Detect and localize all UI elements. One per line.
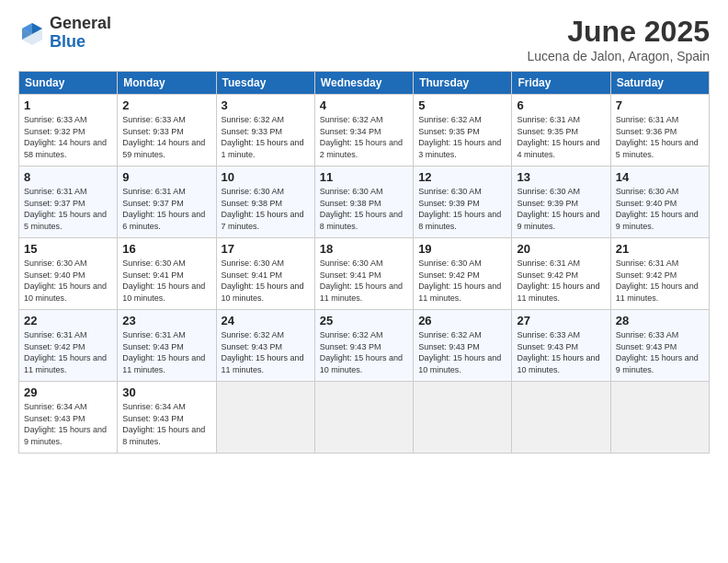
calendar-cell: 23Sunrise: 6:31 AMSunset: 9:43 PMDayligh… (118, 310, 216, 382)
day-info: Sunrise: 6:32 AMSunset: 9:34 PMDaylight:… (320, 114, 408, 160)
calendar-cell (512, 382, 610, 454)
day-info: Sunrise: 6:31 AMSunset: 9:42 PMDaylight:… (24, 329, 112, 375)
calendar-day-header: Monday (118, 72, 216, 95)
day-info: Sunrise: 6:31 AMSunset: 9:43 PMDaylight:… (122, 329, 210, 375)
day-info: Sunrise: 6:33 AMSunset: 9:33 PMDaylight:… (122, 114, 210, 160)
calendar-cell: 21Sunrise: 6:31 AMSunset: 9:42 PMDayligh… (610, 238, 709, 310)
day-info: Sunrise: 6:30 AMSunset: 9:40 PMDaylight:… (24, 258, 112, 304)
calendar-cell (414, 382, 512, 454)
day-number: 26 (418, 314, 506, 327)
day-info: Sunrise: 6:31 AMSunset: 9:37 PMDaylight:… (122, 186, 210, 232)
calendar-cell: 10Sunrise: 6:30 AMSunset: 9:38 PMDayligh… (216, 167, 314, 238)
calendar-cell: 20Sunrise: 6:31 AMSunset: 9:42 PMDayligh… (512, 238, 610, 310)
calendar-cell: 15Sunrise: 6:30 AMSunset: 9:40 PMDayligh… (19, 238, 118, 310)
day-number: 4 (320, 98, 408, 112)
calendar-cell: 26Sunrise: 6:32 AMSunset: 9:43 PMDayligh… (414, 310, 512, 382)
calendar-cell: 6Sunrise: 6:31 AMSunset: 9:35 PMDaylight… (512, 95, 610, 167)
day-info: Sunrise: 6:31 AMSunset: 9:37 PMDaylight:… (24, 186, 112, 232)
day-info: Sunrise: 6:30 AMSunset: 9:41 PMDaylight:… (222, 258, 310, 304)
calendar-week-row: 15Sunrise: 6:30 AMSunset: 9:40 PMDayligh… (19, 238, 710, 310)
day-number: 3 (222, 98, 310, 112)
day-number: 18 (320, 242, 408, 256)
day-number: 19 (418, 242, 506, 256)
calendar-cell (216, 382, 314, 454)
calendar-week-row: 22Sunrise: 6:31 AMSunset: 9:42 PMDayligh… (19, 310, 710, 382)
header: General Blue June 2025 Lucena de Jalon, … (18, 15, 710, 63)
calendar-week-row: 8Sunrise: 6:31 AMSunset: 9:37 PMDaylight… (19, 167, 710, 238)
day-info: Sunrise: 6:30 AMSunset: 9:39 PMDaylight:… (517, 186, 605, 232)
location: Lucena de Jalon, Aragon, Spain (528, 49, 711, 63)
day-number: 17 (222, 242, 310, 256)
calendar-day-header: Thursday (414, 72, 512, 95)
day-info: Sunrise: 6:32 AMSunset: 9:43 PMDaylight:… (222, 329, 310, 375)
day-info: Sunrise: 6:31 AMSunset: 9:42 PMDaylight:… (517, 258, 605, 304)
calendar-day-header: Sunday (19, 72, 118, 95)
day-number: 29 (24, 385, 112, 399)
calendar-cell: 8Sunrise: 6:31 AMSunset: 9:37 PMDaylight… (19, 167, 118, 238)
day-number: 25 (320, 314, 408, 327)
calendar-day-header: Saturday (610, 72, 709, 95)
calendar-day-header: Tuesday (216, 72, 314, 95)
day-number: 27 (517, 314, 605, 327)
day-number: 2 (122, 98, 210, 112)
day-info: Sunrise: 6:30 AMSunset: 9:42 PMDaylight:… (418, 258, 506, 304)
logo: General Blue (18, 15, 111, 52)
day-info: Sunrise: 6:30 AMSunset: 9:38 PMDaylight:… (320, 186, 408, 232)
calendar-cell (314, 382, 413, 454)
calendar-cell: 14Sunrise: 6:30 AMSunset: 9:40 PMDayligh… (610, 167, 709, 238)
calendar-cell: 19Sunrise: 6:30 AMSunset: 9:42 PMDayligh… (414, 238, 512, 310)
calendar-week-row: 1Sunrise: 6:33 AMSunset: 9:32 PMDaylight… (19, 95, 710, 167)
calendar-cell: 11Sunrise: 6:30 AMSunset: 9:38 PMDayligh… (314, 167, 413, 238)
day-number: 21 (616, 242, 704, 256)
calendar-cell: 25Sunrise: 6:32 AMSunset: 9:43 PMDayligh… (314, 310, 413, 382)
day-number: 23 (122, 314, 210, 327)
calendar-cell: 13Sunrise: 6:30 AMSunset: 9:39 PMDayligh… (512, 167, 610, 238)
day-number: 5 (418, 98, 506, 112)
day-number: 6 (517, 98, 605, 112)
calendar-cell: 18Sunrise: 6:30 AMSunset: 9:41 PMDayligh… (314, 238, 413, 310)
calendar-cell: 29Sunrise: 6:34 AMSunset: 9:43 PMDayligh… (19, 382, 118, 454)
calendar-cell: 5Sunrise: 6:32 AMSunset: 9:35 PMDaylight… (414, 95, 512, 167)
calendar-cell: 28Sunrise: 6:33 AMSunset: 9:43 PMDayligh… (610, 310, 709, 382)
calendar-cell: 24Sunrise: 6:32 AMSunset: 9:43 PMDayligh… (216, 310, 314, 382)
day-number: 14 (616, 170, 704, 184)
day-info: Sunrise: 6:30 AMSunset: 9:38 PMDaylight:… (222, 186, 310, 232)
day-number: 7 (616, 98, 704, 112)
day-number: 8 (24, 170, 112, 184)
calendar-day-header: Wednesday (314, 72, 413, 95)
day-info: Sunrise: 6:33 AMSunset: 9:32 PMDaylight:… (24, 114, 112, 160)
day-info: Sunrise: 6:32 AMSunset: 9:43 PMDaylight:… (320, 329, 408, 375)
day-number: 16 (122, 242, 210, 256)
day-number: 15 (24, 242, 112, 256)
calendar-cell: 17Sunrise: 6:30 AMSunset: 9:41 PMDayligh… (216, 238, 314, 310)
calendar-page: General Blue June 2025 Lucena de Jalon, … (0, 0, 728, 563)
day-info: Sunrise: 6:33 AMSunset: 9:43 PMDaylight:… (616, 329, 704, 375)
day-info: Sunrise: 6:30 AMSunset: 9:40 PMDaylight:… (616, 186, 704, 232)
logo-blue: Blue (50, 33, 111, 52)
day-number: 30 (122, 385, 210, 399)
day-info: Sunrise: 6:32 AMSunset: 9:43 PMDaylight:… (418, 329, 506, 375)
logo-text: General Blue (50, 15, 111, 52)
calendar-cell: 2Sunrise: 6:33 AMSunset: 9:33 PMDaylight… (118, 95, 216, 167)
calendar-cell: 12Sunrise: 6:30 AMSunset: 9:39 PMDayligh… (414, 167, 512, 238)
calendar-cell: 27Sunrise: 6:33 AMSunset: 9:43 PMDayligh… (512, 310, 610, 382)
day-info: Sunrise: 6:31 AMSunset: 9:42 PMDaylight:… (616, 258, 704, 304)
calendar-cell: 16Sunrise: 6:30 AMSunset: 9:41 PMDayligh… (118, 238, 216, 310)
day-info: Sunrise: 6:32 AMSunset: 9:35 PMDaylight:… (418, 114, 506, 160)
day-info: Sunrise: 6:31 AMSunset: 9:35 PMDaylight:… (517, 114, 605, 160)
calendar-cell: 9Sunrise: 6:31 AMSunset: 9:37 PMDaylight… (118, 167, 216, 238)
day-number: 22 (24, 314, 112, 327)
day-info: Sunrise: 6:31 AMSunset: 9:36 PMDaylight:… (616, 114, 704, 160)
day-info: Sunrise: 6:34 AMSunset: 9:43 PMDaylight:… (122, 401, 210, 447)
calendar-cell (610, 382, 709, 454)
calendar-cell: 22Sunrise: 6:31 AMSunset: 9:42 PMDayligh… (19, 310, 118, 382)
day-number: 11 (320, 170, 408, 184)
calendar-table: SundayMondayTuesdayWednesdayThursdayFrid… (18, 71, 710, 454)
calendar-week-row: 29Sunrise: 6:34 AMSunset: 9:43 PMDayligh… (19, 382, 710, 454)
calendar-cell: 30Sunrise: 6:34 AMSunset: 9:43 PMDayligh… (118, 382, 216, 454)
calendar-header-row: SundayMondayTuesdayWednesdayThursdayFrid… (19, 72, 710, 95)
day-info: Sunrise: 6:30 AMSunset: 9:41 PMDaylight:… (122, 258, 210, 304)
calendar-cell: 7Sunrise: 6:31 AMSunset: 9:36 PMDaylight… (610, 95, 709, 167)
month-title: June 2025 (528, 15, 711, 49)
day-info: Sunrise: 6:30 AMSunset: 9:41 PMDaylight:… (320, 258, 408, 304)
